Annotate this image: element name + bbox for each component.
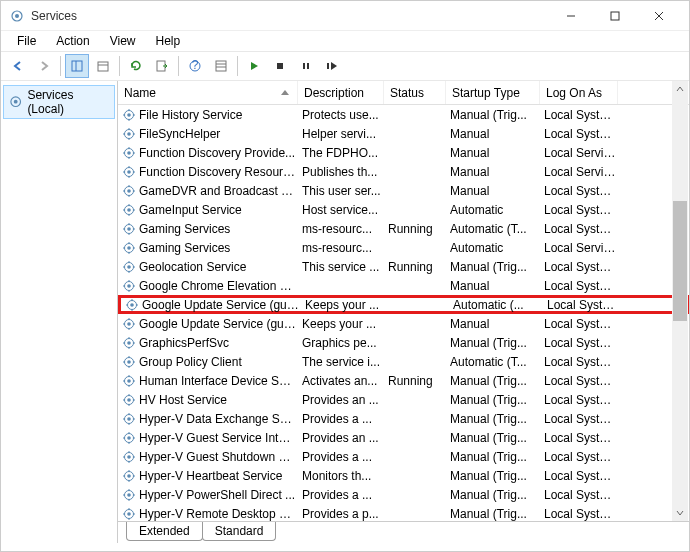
service-description: Provides a ... <box>302 450 388 464</box>
start-service-button[interactable] <box>242 54 266 78</box>
restart-service-button[interactable] <box>320 54 344 78</box>
service-row[interactable]: Function Discovery Provide...The FDPHO..… <box>118 143 689 162</box>
tree-root-services-local[interactable]: Services (Local) <box>3 85 115 119</box>
service-gear-icon <box>122 108 136 122</box>
export-button[interactable] <box>150 54 174 78</box>
column-startup[interactable]: Startup Type <box>446 81 540 104</box>
service-row[interactable]: Hyper-V Heartbeat ServiceMonitors th...M… <box>118 466 689 485</box>
service-description: Provides a p... <box>302 507 388 521</box>
service-logon: Local Syste... <box>544 431 622 445</box>
forward-button[interactable] <box>32 54 56 78</box>
service-logon: Local Syste... <box>544 317 622 331</box>
service-row[interactable]: Google Update Service (gup...Keeps your … <box>118 314 689 333</box>
help-button[interactable]: ? <box>183 54 207 78</box>
service-description: Keeps your ... <box>302 317 388 331</box>
menu-file[interactable]: File <box>7 32 46 50</box>
service-gear-icon <box>122 507 136 521</box>
menu-action[interactable]: Action <box>46 32 99 50</box>
svg-point-137 <box>127 474 131 478</box>
menu-view[interactable]: View <box>100 32 146 50</box>
toolbar-separator <box>60 56 61 76</box>
service-description: Graphics pe... <box>302 336 388 350</box>
service-name: Hyper-V Heartbeat Service <box>139 469 302 483</box>
svg-point-119 <box>127 417 131 421</box>
service-startup: Manual (Trig... <box>450 336 544 350</box>
service-logon: Local Syste... <box>544 279 622 293</box>
service-gear-icon <box>122 431 136 445</box>
column-description[interactable]: Description <box>298 81 384 104</box>
service-name: Hyper-V Guest Service Inter... <box>139 431 302 445</box>
service-row[interactable]: Group Policy ClientThe service i...Autom… <box>118 352 689 371</box>
service-row[interactable]: GraphicsPerfSvcGraphics pe...Manual (Tri… <box>118 333 689 352</box>
service-gear-icon <box>125 298 139 312</box>
service-logon: Local Syste... <box>544 260 622 274</box>
service-startup: Automatic (... <box>453 298 547 312</box>
service-row[interactable]: FileSyncHelperHelper servi...ManualLocal… <box>118 124 689 143</box>
service-startup: Automatic (T... <box>450 355 544 369</box>
service-name: Hyper-V Remote Desktop Vi... <box>139 507 302 521</box>
scroll-thumb[interactable] <box>673 201 687 321</box>
service-logon: Local Syste... <box>544 488 622 502</box>
service-row[interactable]: Hyper-V Remote Desktop Vi...Provides a p… <box>118 504 689 521</box>
service-row[interactable]: GameDVR and Broadcast Us...This user ser… <box>118 181 689 200</box>
refresh-button[interactable] <box>124 54 148 78</box>
minimize-button[interactable] <box>549 2 593 30</box>
service-row[interactable]: Hyper-V Data Exchange Ser...Provides a .… <box>118 409 689 428</box>
menu-help[interactable]: Help <box>146 32 191 50</box>
service-row[interactable]: Google Chrome Elevation S...ManualLocal … <box>118 276 689 295</box>
service-row[interactable]: Gaming Servicesms-resourc...RunningAutom… <box>118 219 689 238</box>
pause-service-button[interactable] <box>294 54 318 78</box>
service-name: Hyper-V Data Exchange Ser... <box>139 412 302 426</box>
view-mode-button[interactable] <box>209 54 233 78</box>
service-row[interactable]: Function Discovery Resourc...Publishes t… <box>118 162 689 181</box>
menu-bar: File Action View Help <box>1 31 689 51</box>
tab-standard[interactable]: Standard <box>202 522 277 541</box>
service-description: This service ... <box>302 260 388 274</box>
properties-button[interactable] <box>91 54 115 78</box>
column-status[interactable]: Status <box>384 81 446 104</box>
scroll-down-arrow[interactable] <box>672 505 688 521</box>
service-gear-icon <box>122 241 136 255</box>
service-row[interactable]: Hyper-V PowerShell Direct ...Provides a … <box>118 485 689 504</box>
vertical-scrollbar[interactable] <box>672 81 688 521</box>
service-row[interactable]: Hyper-V Guest Service Inter...Provides a… <box>118 428 689 447</box>
column-logon[interactable]: Log On As <box>540 81 618 104</box>
svg-rect-8 <box>98 62 108 71</box>
tab-extended[interactable]: Extended <box>126 522 203 541</box>
svg-rect-6 <box>72 61 82 71</box>
service-name: Geolocation Service <box>139 260 302 274</box>
stop-service-button[interactable] <box>268 54 292 78</box>
service-startup: Manual (Trig... <box>450 260 544 274</box>
service-startup: Manual (Trig... <box>450 450 544 464</box>
svg-rect-17 <box>303 63 305 69</box>
maximize-button[interactable] <box>593 2 637 30</box>
service-row[interactable]: Human Interface Device Ser...Activates a… <box>118 371 689 390</box>
service-gear-icon <box>122 146 136 160</box>
service-row[interactable]: Google Update Service (gup...Keeps your … <box>118 295 689 314</box>
close-button[interactable] <box>637 2 681 30</box>
service-row[interactable]: HV Host ServiceProvides an ...Manual (Tr… <box>118 390 689 409</box>
service-startup: Manual <box>450 184 544 198</box>
service-gear-icon <box>122 393 136 407</box>
service-name: Hyper-V Guest Shutdown S... <box>139 450 302 464</box>
service-name: Human Interface Device Ser... <box>139 374 302 388</box>
service-row[interactable]: Gaming Servicesms-resourc...AutomaticLoc… <box>118 238 689 257</box>
service-row[interactable]: File History ServiceProtects use...Manua… <box>118 105 689 124</box>
service-logon: Local Syste... <box>544 450 622 464</box>
service-row[interactable]: GameInput ServiceHost service...Automati… <box>118 200 689 219</box>
svg-point-23 <box>127 113 131 117</box>
service-description: ms-resourc... <box>302 222 388 236</box>
service-name: File History Service <box>139 108 302 122</box>
svg-point-131 <box>127 455 131 459</box>
show-hide-tree-button[interactable] <box>65 54 89 78</box>
service-row[interactable]: Geolocation ServiceThis service ...Runni… <box>118 257 689 276</box>
service-description: Provides a ... <box>302 488 388 502</box>
back-button[interactable] <box>6 54 30 78</box>
service-gear-icon <box>122 374 136 388</box>
service-row[interactable]: Hyper-V Guest Shutdown S...Provides a ..… <box>118 447 689 466</box>
svg-rect-3 <box>611 12 619 20</box>
scroll-up-arrow[interactable] <box>672 81 688 97</box>
service-startup: Automatic (T... <box>450 222 544 236</box>
service-startup: Manual <box>450 146 544 160</box>
column-name[interactable]: Name <box>118 81 298 104</box>
